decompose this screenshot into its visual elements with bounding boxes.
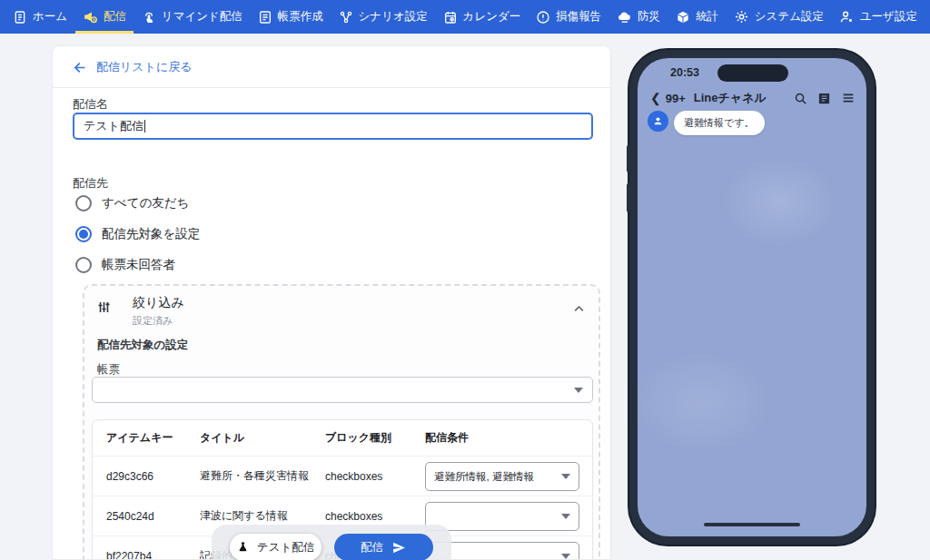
volume-up-button	[627, 145, 630, 172]
chat-back-icon[interactable]: ❮	[650, 91, 661, 105]
target-settings-label: 配信先対象の設定	[97, 338, 188, 353]
tune-filter-icon	[95, 299, 113, 319]
unread-badge: 99+	[666, 92, 686, 105]
test-broadcast-label: テスト配信	[257, 540, 314, 555]
scenario-icon	[339, 10, 353, 25]
dropdown-arrow-icon	[561, 514, 570, 519]
search-icon[interactable]	[794, 92, 807, 105]
nav-item-user-settings[interactable]: ユーザ設定	[839, 0, 917, 34]
dynamic-island	[717, 64, 788, 82]
col-condition: 配信条件	[425, 430, 469, 446]
filter-panel: 絞り込み 設定済み 配信先対象の設定 帳票 アイテムキー タイトル ブロック種別	[83, 284, 600, 560]
radio-label: すべての友だち	[102, 195, 189, 211]
broadcast-name-value: テスト配信	[84, 118, 143, 134]
filter-status: 設定済み	[133, 314, 184, 328]
note-icon[interactable]	[817, 92, 831, 105]
radio-all-friends[interactable]: すべての友だち	[75, 195, 189, 211]
radio-label: 配信先対象を設定	[102, 226, 200, 242]
nav-item-remind-broadcast[interactable]: リマインド配信	[142, 0, 242, 34]
back-to-list-link[interactable]: 配信リストに戻る	[73, 59, 193, 75]
item-title: 避難所・各種災害情報	[200, 468, 309, 484]
floating-action-bar: テスト配信 配信	[212, 525, 451, 560]
menu-icon[interactable]	[841, 91, 856, 105]
nav-item-label: 統計	[696, 9, 718, 25]
text-caret	[144, 120, 145, 133]
stats-icon	[676, 10, 690, 25]
nav-item-broadcast[interactable]: 配信	[83, 0, 126, 34]
bot-avatar	[648, 111, 668, 132]
form-label: 帳票	[97, 362, 120, 378]
broadcast-name-label: 配信名	[73, 96, 108, 113]
condition-select[interactable]: 避難所情報, 避難情報	[425, 462, 579, 491]
nav-item-label: 帳票作成	[278, 9, 323, 25]
nav-item-stats[interactable]: 統計	[676, 0, 718, 34]
nav-item-label: シナリオ設定	[359, 9, 428, 25]
nav-item-label: システム設定	[755, 9, 824, 25]
destination-label: 配信先	[73, 175, 108, 192]
nav-item-label: リマインド配信	[162, 9, 242, 25]
chevron-up-icon[interactable]	[572, 302, 586, 319]
dropdown-arrow-icon	[561, 554, 570, 559]
chat-message-row: 避難情報です。	[648, 111, 765, 135]
send-broadcast-button[interactable]: 配信	[334, 534, 433, 560]
nav-item-disaster[interactable]: 防災	[617, 0, 660, 34]
send-icon	[391, 540, 407, 555]
item-key: 2540c24d	[106, 510, 154, 523]
dropdown-arrow-icon	[561, 474, 570, 479]
send-broadcast-label: 配信	[361, 540, 383, 555]
flask-icon	[237, 541, 249, 554]
home-icon	[13, 10, 27, 25]
radio-circle-icon	[75, 257, 92, 273]
nav-item-system-settings[interactable]: システム設定	[734, 0, 824, 34]
back-link-label: 配信リストに戻る	[96, 59, 193, 75]
item-block-type: checkboxes	[325, 470, 382, 483]
phone-preview: 20:53 ❮ 99+ Lineチャネル	[629, 50, 875, 545]
nav-item-home[interactable]: ホーム	[13, 0, 67, 34]
user-settings-icon	[839, 9, 855, 25]
radio-set-target[interactable]: 配信先対象を設定	[75, 226, 200, 242]
filter-panel-header[interactable]: 絞り込み 設定済み	[95, 295, 586, 328]
col-title: タイトル	[200, 430, 244, 446]
table-header-row: アイテムキー タイトル ブロック種別 配信条件	[93, 420, 592, 457]
header-divider	[53, 87, 610, 88]
nav-item-scenario[interactable]: シナリオ設定	[339, 0, 428, 34]
volume-down-button	[627, 183, 630, 212]
nav-item-label: 配信	[104, 9, 126, 25]
calendar-icon	[443, 10, 458, 25]
nav-item-label: 損傷報告	[556, 9, 601, 25]
nav-item-label: ユーザ設定	[860, 9, 917, 25]
nav-item-calendar[interactable]: カレンダー	[443, 0, 521, 34]
home-indicator[interactable]	[704, 523, 800, 526]
chat-header: ❮ 99+ Lineチャネル	[650, 89, 856, 107]
radio-form-nonrespondents[interactable]: 帳票未回答者	[75, 257, 175, 273]
table-row: d29c3c66 避難所・各種災害情報 checkboxes 避難所情報, 避難…	[93, 457, 592, 496]
radio-label: 帳票未回答者	[102, 257, 175, 273]
radio-circle-icon	[75, 195, 92, 211]
system-settings-icon	[734, 9, 749, 25]
nav-item-label: カレンダー	[463, 9, 521, 25]
form-create-icon	[258, 10, 272, 25]
nav-item-damage-report[interactable]: 損傷報告	[536, 0, 601, 34]
test-broadcast-button[interactable]: テスト配信	[230, 534, 322, 560]
app-root: ホーム 配信 リマインド配信 帳票作成 シナリオ設定	[0, 0, 930, 560]
form-select[interactable]	[92, 377, 593, 403]
filter-title: 絞り込み	[133, 295, 184, 311]
remind-icon	[142, 10, 156, 25]
radio-circle-selected-icon	[75, 226, 92, 242]
broadcast-edit-card: 配信リストに戻る 配信名 テスト配信 配信先 すべての友だち 配信先対象を設定 …	[52, 45, 611, 560]
broadcast-icon	[83, 9, 98, 25]
broadcast-name-input[interactable]: テスト配信	[73, 113, 593, 140]
status-bar-time: 20:53	[670, 66, 699, 79]
item-key: d29c3c66	[106, 470, 153, 483]
nav-item-label: ホーム	[33, 9, 67, 25]
item-block-type: checkboxes	[325, 510, 382, 523]
back-arrow-icon	[73, 60, 88, 75]
nav-item-form-create[interactable]: 帳票作成	[258, 0, 323, 34]
nav-item-label: 防災	[638, 9, 660, 25]
condition-select[interactable]	[425, 502, 579, 531]
damage-report-icon	[536, 10, 550, 25]
top-nav: ホーム 配信 リマインド配信 帳票作成 シナリオ設定	[0, 0, 930, 34]
condition-select-value: 避難所情報, 避難情報	[434, 470, 534, 484]
chat-bubble: 避難情報です。	[674, 111, 765, 135]
col-block-type: ブロック種別	[325, 430, 391, 446]
